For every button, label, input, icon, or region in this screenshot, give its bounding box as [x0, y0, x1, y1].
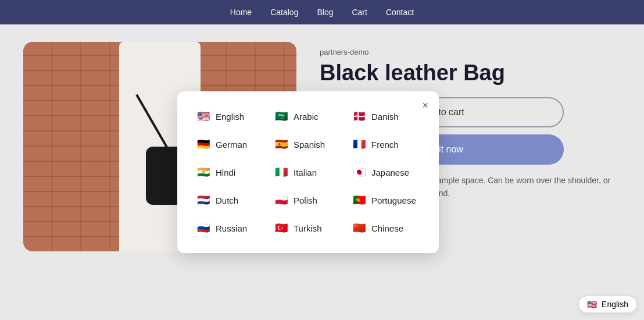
language-option[interactable]: 🇩🇪German [194, 133, 267, 155]
nav-blog[interactable]: Blog [317, 8, 333, 17]
modal-overlay: × 🇺🇸English🇸🇦Arabic🇩🇰Danish🇩🇪German🇪🇸Spa… [0, 24, 644, 320]
language-flag: 🇩🇰 [352, 109, 367, 124]
language-name: Turkish [294, 223, 322, 233]
nav-contact[interactable]: Contact [386, 8, 414, 17]
language-flag: 🇵🇹 [352, 193, 367, 208]
language-name: Portuguese [371, 195, 416, 205]
language-name: Danish [371, 112, 399, 122]
language-option[interactable]: 🇳🇱Dutch [194, 189, 267, 211]
language-name: Italian [294, 168, 317, 177]
modal-close-button[interactable]: × [422, 99, 428, 112]
language-flag: 🇯🇵 [352, 165, 367, 180]
language-flag: 🇮🇹 [274, 165, 289, 180]
language-name: Japanese [371, 168, 409, 177]
navbar: Home Catalog Blog Cart Contact [0, 0, 644, 24]
language-name: Hindi [216, 168, 235, 177]
nav-cart[interactable]: Cart [352, 8, 367, 17]
language-name: Arabic [294, 112, 319, 122]
language-option[interactable]: 🇮🇳Hindi [194, 161, 267, 183]
language-name: Dutch [216, 195, 238, 205]
language-name: Spanish [294, 140, 325, 150]
language-flag: 🇩🇪 [196, 137, 211, 152]
language-grid: 🇺🇸English🇸🇦Arabic🇩🇰Danish🇩🇪German🇪🇸Spani… [194, 105, 423, 239]
language-flag: 🇹🇷 [274, 221, 289, 236]
language-flag: 🇸🇦 [274, 109, 289, 124]
language-modal: × 🇺🇸English🇸🇦Arabic🇩🇰Danish🇩🇪German🇪🇸Spa… [177, 91, 439, 253]
language-flag: 🇷🇺 [196, 221, 211, 236]
language-option[interactable]: 🇺🇸English [194, 105, 267, 127]
language-flag: 🇳🇱 [196, 193, 211, 208]
language-option[interactable]: 🇫🇷French [349, 133, 423, 155]
language-option[interactable]: 🇯🇵Japanese [349, 161, 423, 183]
language-option[interactable]: 🇪🇸Spanish [271, 133, 345, 155]
nav-catalog[interactable]: Catalog [270, 8, 298, 17]
language-option[interactable]: 🇷🇺Russian [194, 217, 267, 239]
language-flag: 🇺🇸 [196, 109, 211, 124]
language-name: Russian [216, 223, 247, 233]
language-option[interactable]: 🇹🇷Turkish [271, 217, 345, 239]
language-option[interactable]: 🇮🇹Italian [271, 161, 345, 183]
language-option[interactable]: 🇵🇹Portuguese [349, 189, 423, 211]
language-flag: 🇮🇳 [196, 165, 211, 180]
language-name: English [216, 112, 244, 122]
nav-home[interactable]: Home [230, 8, 252, 17]
language-name: Chinese [371, 223, 403, 233]
language-option[interactable]: 🇨🇳Chinese [349, 217, 423, 239]
language-name: German [216, 140, 247, 150]
language-flag: 🇨🇳 [352, 221, 367, 236]
language-option[interactable]: 🇸🇦Arabic [271, 105, 345, 127]
language-name: French [371, 140, 399, 150]
language-flag: 🇵🇱 [274, 193, 289, 208]
language-flag: 🇪🇸 [274, 137, 289, 152]
language-option[interactable]: 🇩🇰Danish [349, 105, 423, 127]
language-flag: 🇫🇷 [352, 137, 367, 152]
language-name: Polish [294, 195, 317, 205]
language-option[interactable]: 🇵🇱Polish [271, 189, 345, 211]
